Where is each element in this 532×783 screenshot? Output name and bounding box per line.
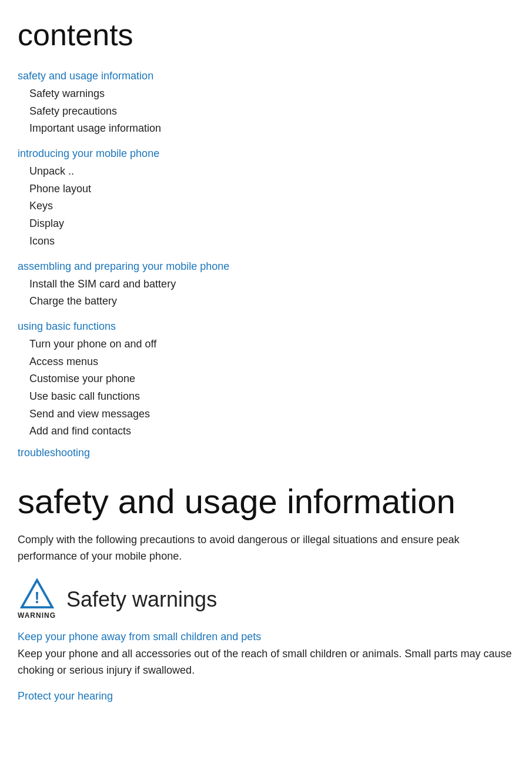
toc-title: contents (18, 12, 514, 58)
warning-subheading-1: Keep your phone away from small children… (18, 629, 514, 645)
svg-text:!: ! (34, 590, 39, 607)
toc-item: Use basic call functions (18, 388, 514, 406)
toc-heading-2: introducing your mobile phone (18, 146, 514, 162)
warning-body-1: Keep your phone and all accessories out … (18, 646, 514, 679)
toc-item: Charge the battery (18, 293, 514, 310)
toc-item: Keys (18, 198, 514, 215)
warning-icon-wrap: ! WARNING (18, 578, 56, 621)
toc-section-4: using basic functions Turn your phone on… (18, 319, 514, 440)
warning-block: ! WARNING Safety warnings (18, 578, 514, 621)
toc-heading-3: assembling and preparing your mobile pho… (18, 259, 514, 275)
toc-item: Safety warnings (18, 85, 514, 103)
toc-item: Send and view messages (18, 406, 514, 423)
toc-heading-4: using basic functions (18, 319, 514, 334)
toc-item: Install the SIM card and battery (18, 276, 514, 293)
toc-item: Important usage information (18, 120, 514, 138)
toc-heading-1: safety and usage information (18, 68, 514, 84)
toc-item: Safety precautions (18, 103, 514, 121)
toc-item: Icons (18, 233, 514, 250)
warning-title: Safety warnings (66, 584, 217, 615)
toc-item: Unpack .. (18, 163, 514, 180)
warning-label: WARNING (18, 610, 56, 621)
toc-container: safety and usage information Safety warn… (18, 68, 514, 461)
toc-section-2: introducing your mobile phone Unpack .. … (18, 146, 514, 250)
toc-section-3: assembling and preparing your mobile pho… (18, 259, 514, 310)
warning-triangle-icon: ! (20, 578, 54, 609)
toc-item: Display (18, 215, 514, 233)
warning-subheading-2: Protect your hearing (18, 688, 514, 704)
toc-item: Add and find contacts (18, 423, 514, 440)
toc-item: Access menus (18, 353, 514, 371)
toc-item: Phone layout (18, 180, 514, 198)
toc-item: Turn your phone on and off (18, 336, 514, 353)
toc-item: Customise your phone (18, 370, 514, 388)
troubleshooting-link[interactable]: troubleshooting (18, 445, 514, 461)
toc-section-1: safety and usage information Safety warn… (18, 68, 514, 138)
section2-title: safety and usage information (18, 482, 514, 521)
section2-body: Comply with the following precautions to… (18, 532, 514, 565)
